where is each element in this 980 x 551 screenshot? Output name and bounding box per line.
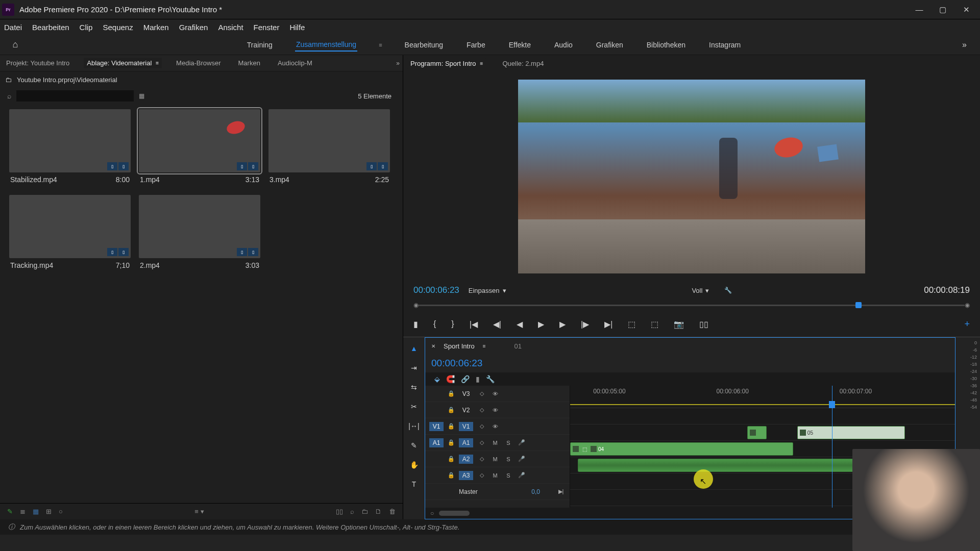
program-timecode[interactable]: 00:00:06:23 — [413, 285, 459, 295]
search-input[interactable] — [16, 90, 134, 102]
menu-fenster[interactable]: Fenster — [254, 23, 280, 32]
mark-in-button[interactable]: { — [433, 319, 436, 329]
mute-icon[interactable]: M — [491, 472, 500, 479]
workspace-zusammenstellung[interactable]: Zusammenstellung — [295, 38, 357, 52]
track-header-a2[interactable]: 🔒 A2 ◇ M S 🎤 — [425, 451, 570, 467]
pen-tool[interactable]: ✎ — [408, 439, 420, 452]
frame-forward-button[interactable]: ▶ — [559, 319, 566, 329]
sequence-name[interactable]: Sport Intro — [444, 342, 475, 350]
clip-v1[interactable]: ⬚04 — [570, 442, 793, 456]
panel-tab[interactable]: Marken — [235, 58, 263, 68]
slip-tool[interactable]: |↔| — [408, 420, 420, 432]
sync-lock-icon[interactable]: ◇ — [477, 407, 486, 413]
new-bin-icon[interactable]: 🗀 — [361, 508, 368, 515]
mark-out-button[interactable]: } — [451, 319, 454, 329]
close-sequence-icon[interactable]: ✕ — [431, 343, 435, 349]
workspace-audio[interactable]: Audio — [553, 39, 574, 51]
menu-sequenz[interactable]: Sequenz — [103, 23, 133, 32]
scrubber-end-handle[interactable]: ◉ — [965, 302, 970, 309]
menu-ansicht[interactable]: Ansicht — [218, 23, 243, 32]
toggle-output-icon[interactable]: 👁 — [491, 407, 500, 413]
timeline-settings-icon[interactable]: 🔧 — [486, 375, 495, 383]
lock-icon[interactable]: 🔒 — [448, 456, 455, 462]
bin-icon[interactable]: 🗀 — [5, 76, 12, 84]
export-frame-button[interactable]: 📷 — [674, 319, 684, 329]
mute-icon[interactable]: M — [491, 456, 500, 462]
track-v2-lane[interactable]: 05 — [570, 424, 955, 441]
timeline-timecode[interactable]: 00:00:06:23 — [431, 358, 482, 369]
panel-tab[interactable]: Projekt: Youtube Intro — [3, 58, 72, 68]
create-bin-icon[interactable]: ▦ — [139, 92, 144, 99]
sync-lock-icon[interactable]: ◇ — [477, 456, 486, 462]
scrubber-start-handle[interactable]: ◉ — [413, 302, 419, 309]
menu-clip[interactable]: Clip — [80, 23, 93, 32]
track-header-a3[interactable]: 🔒 A3 ◇ M S 🎤 — [425, 467, 570, 484]
source-tab[interactable]: Quelle: 2.mp4 — [499, 58, 547, 69]
workspace-menu-icon[interactable]: ≡ — [379, 42, 382, 48]
go-to-next-icon[interactable]: ▶| — [556, 488, 566, 495]
panel-overflow-icon[interactable]: » — [396, 60, 400, 67]
button-editor[interactable]: + — [964, 319, 970, 330]
zoom-fit-dropdown[interactable]: Einpassen ▾ — [469, 287, 506, 294]
maximize-button[interactable]: ▢ — [938, 5, 947, 14]
icon-view-icon[interactable]: ▦ — [33, 508, 39, 515]
menu-datei[interactable]: Datei — [4, 23, 22, 32]
solo-icon[interactable]: S — [504, 456, 513, 462]
play-button[interactable]: ▶ — [538, 319, 544, 329]
track-header-v2[interactable]: 🔒 V2 ◇ 👁 — [425, 402, 570, 418]
step-back-button[interactable]: ◀| — [493, 319, 501, 329]
list-view-icon[interactable]: ≣ — [20, 508, 26, 515]
minimize-button[interactable]: — — [915, 5, 924, 14]
track-header-master[interactable]: Master 0,0 ▶| — [425, 484, 570, 500]
toggle-output-icon[interactable]: 👁 — [491, 391, 500, 397]
track-v3-lane[interactable] — [570, 408, 955, 424]
ripple-edit-tool[interactable]: ⇆ — [408, 381, 420, 393]
frame-back-button[interactable]: ◀ — [517, 319, 523, 329]
workspace-instagram[interactable]: Instagram — [708, 39, 742, 51]
workspace-grafiken[interactable]: Grafiken — [595, 39, 624, 51]
add-marker-icon[interactable]: ▮ — [476, 375, 480, 383]
linked-selection-icon[interactable]: 🔗 — [461, 375, 470, 383]
solo-icon[interactable]: S — [504, 472, 513, 479]
lock-icon[interactable]: 🔒 — [448, 439, 455, 446]
lift-button[interactable]: ⬚ — [628, 319, 635, 329]
master-level[interactable]: 0,0 — [531, 488, 540, 495]
clip-v2-b[interactable]: 05 — [797, 426, 905, 439]
go-to-in-button[interactable]: |◀ — [470, 319, 478, 329]
compare-button[interactable]: ▯▯ — [699, 319, 708, 329]
freeform-view-icon[interactable]: ⊞ — [46, 508, 52, 515]
workspace-effekte[interactable]: Effekte — [508, 39, 532, 51]
selection-tool[interactable]: ▲ — [408, 342, 420, 355]
workspace-training[interactable]: Training — [246, 39, 274, 51]
media-item[interactable]: ▯▯1.mp43:13 — [139, 109, 260, 187]
new-item-icon[interactable]: ✎ — [7, 508, 13, 515]
sync-lock-icon[interactable]: ◇ — [477, 390, 486, 397]
track-select-tool[interactable]: ⇥ — [408, 362, 420, 374]
search-icon[interactable]: ⌕ — [7, 92, 11, 100]
panel-tab[interactable]: Ablage: Videomaterial≡ — [84, 58, 162, 68]
voiceover-icon[interactable]: 🎤 — [517, 472, 526, 479]
new-item-button[interactable]: 🗋 — [375, 508, 382, 515]
zoom-scrollbar[interactable] — [439, 511, 470, 516]
step-forward-button[interactable]: |▶ — [581, 319, 589, 329]
menu-marken[interactable]: Marken — [143, 23, 169, 32]
sort-icon[interactable]: ≡ ▾ — [194, 508, 204, 515]
playhead[interactable] — [829, 401, 835, 408]
lock-icon[interactable]: 🔒 — [448, 423, 455, 430]
menu-bearbeiten[interactable]: Bearbeiten — [32, 23, 69, 32]
delete-icon[interactable]: 🗑 — [389, 508, 396, 515]
auto-sequence-icon[interactable]: ▯▯ — [336, 508, 343, 515]
zoom-slider-icon[interactable]: ○ — [59, 508, 63, 515]
voiceover-icon[interactable]: 🎤 — [517, 439, 526, 446]
toggle-output-icon[interactable]: 👁 — [491, 423, 500, 430]
media-item[interactable]: ▯▯Tracking.mp47;10 — [9, 195, 131, 272]
program-scrubber[interactable] — [419, 305, 965, 306]
resolution-dropdown[interactable]: Voll ▾ — [692, 287, 709, 294]
snap-icon[interactable]: 🧲 — [446, 375, 455, 383]
find-icon[interactable]: ⌕ — [350, 508, 354, 515]
voiceover-icon[interactable]: 🎤 — [517, 456, 526, 462]
home-icon[interactable]: ⌂ — [5, 39, 26, 50]
panel-tab[interactable]: Media-Browser — [173, 58, 224, 68]
menu-hilfe[interactable]: Hilfe — [289, 23, 305, 32]
sequence-alt[interactable]: 01 — [514, 342, 522, 350]
